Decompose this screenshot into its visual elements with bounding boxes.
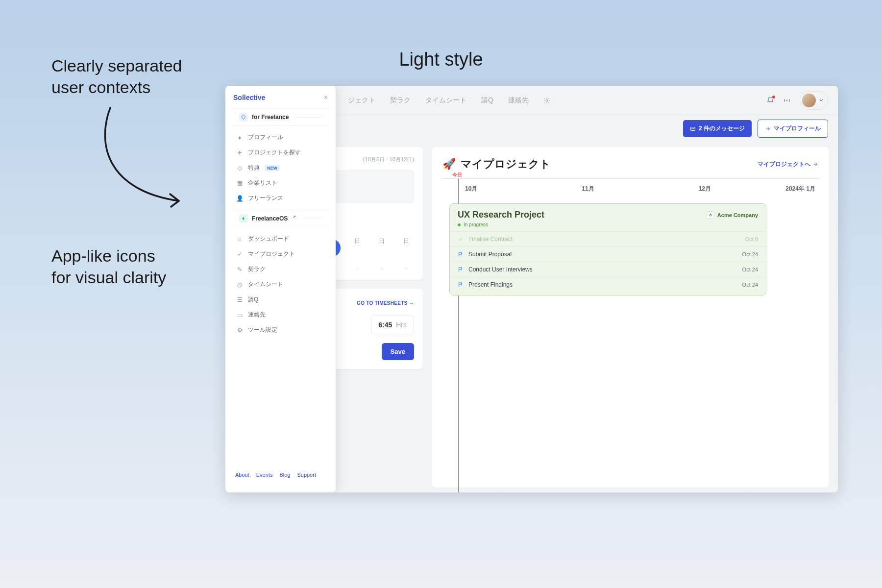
item-icon: ▦ — [236, 180, 243, 187]
sidebar-item-label: フリーランス — [248, 194, 283, 202]
nav-contacts[interactable]: 連絡先 — [508, 96, 529, 105]
nav-timesheet[interactable]: タイムシート — [425, 96, 466, 105]
top-nav: ジェクト 契ラク タイムシート 請Q 連絡先 — [348, 96, 550, 105]
sidebar-item-label: 契ラク — [248, 265, 266, 273]
arrow-icon — [765, 126, 771, 132]
footer-blog[interactable]: Blog — [279, 472, 290, 478]
sidebar-item[interactable]: ▭連絡先 — [225, 307, 336, 322]
flag-icon — [458, 282, 464, 288]
messages-button[interactable]: 2 件のメッセージ — [683, 120, 752, 137]
item-icon: ✈ — [236, 149, 243, 156]
sidebar-item[interactable]: ⚙ツール設定 — [225, 322, 336, 338]
sidebar-item-label: 連絡先 — [248, 311, 266, 319]
sidebar-item-label: 企業リスト — [248, 179, 277, 187]
sidebar-footer: About Events Blog Support — [225, 465, 336, 485]
sidebar-section-freelance: for Freelance — [231, 108, 330, 126]
mail-icon — [690, 126, 696, 132]
svg-point-3 — [710, 214, 711, 216]
sidebar-item[interactable]: ✎契ラク — [225, 262, 336, 277]
project-task-row[interactable]: Conduct User InterviewsOct 24 — [450, 262, 766, 277]
flag-icon — [458, 251, 464, 257]
sidebar-item[interactable]: ◇特典NEW — [225, 160, 336, 175]
save-button[interactable]: Save — [382, 343, 414, 360]
go-to-timesheets-link[interactable]: GO TO TIMESHEETS → — [357, 300, 414, 306]
projects-card: 🚀 マイプロジェクト マイプロジェクトへ 今日 10月 11月 12月 — [432, 147, 829, 488]
today-marker: 今日 — [452, 172, 462, 178]
sidebar-item[interactable]: ✈プロジェクトを探す — [225, 145, 336, 160]
item-icon: 👤 — [236, 195, 243, 202]
sidebar-panel: Sollective × for Freelance ♦プロフィール✈プロジェク… — [225, 86, 336, 492]
diamond-icon — [239, 113, 248, 122]
project-task-row[interactable]: Submit ProposalOct 24 — [450, 246, 766, 262]
sidebar-item[interactable]: ☰請Q — [225, 292, 336, 307]
projects-title: 🚀 マイプロジェクト — [442, 157, 551, 172]
month-scale: 10月 11月 12月 2024年 1月 — [441, 179, 820, 198]
svg-point-0 — [546, 99, 548, 101]
sidebar-item-label: プロジェクトを探す — [248, 148, 301, 157]
item-icon: ♦ — [236, 134, 243, 141]
footer-support[interactable]: Support — [297, 472, 316, 478]
footer-about[interactable]: About — [235, 472, 249, 478]
footer-events[interactable]: Events — [256, 472, 273, 478]
item-icon: ✎ — [236, 266, 243, 273]
sidebar-item-label: マイプロジェクト — [248, 250, 295, 258]
bell-icon[interactable] — [766, 97, 774, 104]
my-profile-button[interactable]: マイプロフィール — [758, 120, 828, 138]
arrow-right-icon — [812, 161, 818, 167]
bolt-icon — [239, 214, 248, 223]
project-status: In progress — [450, 222, 766, 231]
nav-projects[interactable]: ジェクト — [348, 96, 375, 105]
nav-invoices[interactable]: 請Q — [481, 96, 493, 105]
item-icon: ⚙ — [236, 327, 243, 334]
app-window: ジェクト 契ラク タイムシート 請Q 連絡先 2 件のメッセージ — [225, 86, 838, 492]
sidebar-item[interactable]: ✓マイプロジェクト — [225, 246, 336, 262]
close-icon[interactable]: × — [324, 94, 328, 101]
project-task-row[interactable]: Finalise ContractOct 8 — [450, 231, 766, 246]
project-task-row[interactable]: Present FindingsOct 24 — [450, 277, 766, 292]
sidebar-item[interactable]: ◷タイムシート — [225, 277, 336, 292]
flag-icon — [458, 267, 464, 272]
sidebar-item[interactable]: ⌂ダッシュボード — [225, 231, 336, 246]
sidebar-section-freelanceos: FreelanceOS↗ — [231, 210, 330, 227]
sidebar-item-label: ダッシュボード — [248, 235, 289, 243]
user-menu[interactable] — [800, 91, 828, 110]
nav-contracts[interactable]: 契ラク — [390, 96, 411, 105]
sidebar-item-label: 請Q — [248, 295, 258, 304]
chevron-down-icon — [819, 98, 824, 103]
item-icon: ▭ — [236, 312, 243, 318]
svg-point-1 — [786, 99, 788, 101]
item-icon: ⌂ — [236, 236, 243, 243]
sidebar-item[interactable]: 👤フリーランス — [225, 191, 336, 206]
arrow-icon — [91, 103, 189, 216]
sidebar-item[interactable]: ▦企業リスト — [225, 175, 336, 191]
sidebar-brand: Sollective — [233, 94, 265, 101]
check-icon — [458, 236, 464, 242]
day[interactable]: 日- — [398, 237, 414, 271]
projects-link[interactable]: マイプロジェクトへ — [758, 160, 818, 169]
sidebar-item-label: 特典 — [248, 164, 260, 172]
new-badge: NEW — [265, 165, 280, 171]
day[interactable]: 日- — [349, 237, 365, 271]
date-range: (10月5日 - 10月12日) — [363, 156, 414, 163]
hours-input[interactable]: 6:45 Hrs — [371, 316, 414, 334]
item-icon: ☰ — [236, 296, 243, 303]
rocket-icon: 🚀 — [442, 158, 456, 171]
broadcast-icon[interactable] — [783, 97, 791, 104]
day[interactable]: 日- — [374, 237, 390, 271]
item-icon: ◇ — [236, 165, 243, 172]
gear-icon[interactable] — [543, 96, 550, 105]
annotation-2: App-like icons for visual clarity — [51, 245, 166, 288]
sidebar-item-label: プロフィール — [248, 133, 283, 142]
project-name: UX Research Project — [458, 210, 544, 220]
item-icon: ◷ — [236, 281, 243, 288]
sidebar-item[interactable]: ♦プロフィール — [225, 130, 336, 145]
project-card[interactable]: UX Research Project Acme Company In prog… — [449, 203, 766, 295]
project-company: Acme Company — [707, 211, 758, 219]
sidebar-item-label: ツール設定 — [248, 326, 277, 334]
company-badge-icon — [707, 211, 714, 219]
avatar — [802, 94, 816, 107]
sidebar-item-label: タイムシート — [248, 280, 283, 289]
item-icon: ✓ — [236, 251, 243, 258]
page-title: Light style — [0, 49, 882, 70]
timeline: 今日 10月 11月 12月 2024年 1月 UX Research Proj… — [441, 178, 820, 492]
